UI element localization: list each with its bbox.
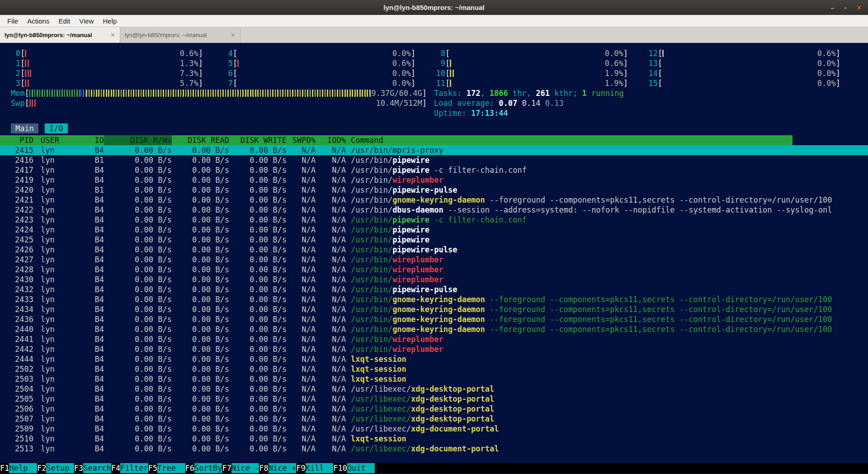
cell-iod: N/A (316, 265, 346, 275)
meter-bracket: [ (20, 48, 25, 58)
fkey-f6[interactable]: F6SortBy (185, 463, 222, 473)
fkey-f9[interactable]: F9Kill (296, 463, 333, 473)
cell-iod: N/A (316, 225, 346, 235)
cell-io: B4 (88, 294, 104, 304)
process-row[interactable]: 2504lynB40.00 B/s0.00 B/s0.00 B/sN/AN/A/… (0, 384, 868, 394)
column-header-pid[interactable]: PID (0, 135, 33, 145)
cell-pid: 2425 (0, 235, 33, 245)
cell-iod: N/A (316, 255, 346, 265)
process-row[interactable]: 2506lynB40.00 B/s0.00 B/s0.00 B/sN/AN/A/… (0, 404, 868, 414)
process-row[interactable]: 2444lynB40.00 B/s0.00 B/s0.00 B/sN/AN/Al… (0, 354, 868, 364)
process-row[interactable]: 2419lynB40.00 B/s0.00 B/s0.00 B/sN/AN/A/… (0, 175, 868, 185)
terminal-content: 0[0.6%]4[0.0%]8[0.0%]12[0.6%]1[1.3%]5[0.… (0, 43, 868, 474)
cell-user: lyn (33, 444, 88, 454)
cell-cmd: /usr/bin/mpris-proxy (346, 145, 868, 155)
terminal-tab[interactable]: lyn@lyn-b850mprors: ~/manual✕ (120, 27, 241, 43)
process-row[interactable]: 2420lynB10.00 B/s0.00 B/s0.00 B/sN/AN/A/… (0, 185, 868, 195)
process-row[interactable]: 2432lynB40.00 B/s0.00 B/s0.00 B/sN/AN/A/… (0, 284, 868, 294)
cell-iod: N/A (316, 364, 346, 374)
column-header-cmd[interactable]: Command (346, 135, 793, 145)
cell-user: lyn (33, 235, 88, 245)
command-segment: wireplumber (392, 275, 443, 284)
column-header-read[interactable]: DISK READ (172, 135, 229, 145)
fkey-action: Filter (120, 463, 148, 473)
process-row[interactable]: 2502lynB40.00 B/s0.00 B/s0.00 B/sN/AN/Al… (0, 364, 868, 374)
cell-io: B4 (88, 275, 104, 284)
fkey-action: Help (9, 463, 37, 473)
process-row[interactable]: 2426lynB40.00 B/s0.00 B/s0.00 B/sN/AN/A/… (0, 245, 868, 255)
screen-tab-io[interactable]: I/O (45, 123, 68, 133)
screen-tab-main[interactable]: Main (11, 123, 38, 133)
command-segment: wireplumber (392, 345, 443, 354)
process-row[interactable]: 2440lynB40.00 B/s0.00 B/s0.00 B/sN/AN/A/… (0, 324, 868, 334)
minimize-icon[interactable]: – (831, 4, 835, 11)
cell-swpd: N/A (287, 404, 316, 414)
process-row[interactable]: 2415lynB40.00 B/s0.00 B/s0.00 B/sN/AN/A/… (0, 145, 868, 155)
process-row[interactable]: 2417lynB40.00 B/s0.00 B/s0.00 B/sN/AN/A/… (0, 165, 868, 175)
command-segment: pipewire (392, 156, 429, 165)
maximize-icon[interactable]: ▫ (844, 4, 846, 11)
process-row[interactable]: 2510lynB40.00 B/s0.00 B/s0.00 B/sN/AN/Al… (0, 434, 868, 444)
process-row[interactable]: 2509lynB40.00 B/s0.00 B/s0.00 B/sN/AN/A/… (0, 424, 868, 434)
cell-rw: 0.00 B/s (104, 304, 172, 314)
process-row[interactable]: 2424lynB40.00 B/s0.00 B/s0.00 B/sN/AN/A/… (0, 225, 868, 235)
cell-cmd: /usr/bin/pipewire -c filter-chain.conf (346, 215, 868, 225)
fkey-f4[interactable]: F4Filter (111, 463, 148, 473)
process-row[interactable]: 2441lynB40.00 B/s0.00 B/s0.00 B/sN/AN/A/… (0, 334, 868, 344)
window-title: lyn@lyn-b850mprors: ~/manual (0, 4, 868, 11)
process-row[interactable]: 2513lynB40.00 B/s0.00 B/s0.00 B/sN/AN/A/… (0, 444, 868, 454)
menu-item-actions[interactable]: Actions (23, 16, 54, 26)
cell-write: 0.00 B/s (229, 444, 287, 454)
cell-write: 0.00 B/s (229, 434, 287, 444)
process-row[interactable]: 2423lynB40.00 B/s0.00 B/s0.00 B/sN/AN/A/… (0, 215, 868, 225)
fkey-action: Nice - (231, 463, 259, 473)
column-header-swpd[interactable]: SWPD% (287, 135, 316, 145)
column-header-iod[interactable]: IOD% (316, 135, 346, 145)
column-header-user[interactable]: USER (33, 135, 88, 145)
fkey-action: Kill (306, 463, 333, 473)
column-header-write[interactable]: DISK WRITE (229, 135, 287, 145)
cpu-percent: 1.9% (605, 68, 623, 78)
process-row[interactable]: 2505lynB40.00 B/s0.00 B/s0.00 B/sN/AN/A/… (0, 394, 868, 404)
cpu-meter-12: 12[0.6%] (648, 48, 840, 58)
process-row[interactable]: 2442lynB40.00 B/s0.00 B/s0.00 B/sN/AN/A/… (0, 344, 868, 354)
process-row[interactable]: 2427lynB40.00 B/s0.00 B/s0.00 B/sN/AN/A/… (0, 255, 868, 265)
fkey-f3[interactable]: F3Search (74, 463, 111, 473)
process-row[interactable]: 2433lynB40.00 B/s0.00 B/s0.00 B/sN/AN/A/… (0, 294, 868, 304)
fkey-f2[interactable]: F2Setup (37, 463, 74, 473)
process-row[interactable]: 2416lynB10.00 B/s0.00 B/s0.00 B/sN/AN/A/… (0, 155, 868, 165)
cell-iod: N/A (316, 374, 346, 384)
menu-item-edit[interactable]: Edit (54, 16, 75, 26)
process-row[interactable]: 2507lynB40.00 B/s0.00 B/s0.00 B/sN/AN/A/… (0, 414, 868, 424)
cell-cmd: /usr/bin/wireplumber (346, 275, 868, 284)
text-segment: 0.14 (522, 99, 545, 108)
process-row[interactable]: 2425lynB40.00 B/s0.00 B/s0.00 B/sN/AN/A/… (0, 235, 868, 245)
cell-cmd: /usr/bin/gnome-keyring-daemon --foregrou… (346, 314, 868, 324)
menu-item-help[interactable]: Help (98, 16, 121, 26)
fkey-f8[interactable]: F8Nice + (259, 463, 296, 473)
process-row[interactable]: 2422lynB40.00 B/s0.00 B/s0.00 B/sN/AN/A/… (0, 205, 868, 215)
menu-item-file[interactable]: File (3, 16, 23, 26)
process-row[interactable]: 2434lynB40.00 B/s0.00 B/s0.00 B/sN/AN/A/… (0, 304, 868, 314)
process-row[interactable]: 2421lynB40.00 B/s0.00 B/s0.00 B/sN/AN/A/… (0, 195, 868, 205)
command-segment: /usr/bin/ (351, 205, 392, 214)
terminal-tab[interactable]: lyn@lyn-b850mprors: ~/manual✕ (0, 27, 120, 43)
cell-cmd: /usr/bin/pipewire (346, 235, 868, 245)
title-bar[interactable]: lyn@lyn-b850mprors: ~/manual – ▫ ✕ (0, 0, 868, 15)
process-row[interactable]: 2503lynB40.00 B/s0.00 B/s0.00 B/sN/AN/Al… (0, 374, 868, 384)
tab-close-icon[interactable]: ✕ (231, 32, 236, 38)
process-row[interactable]: 2428lynB40.00 B/s0.00 B/s0.00 B/sN/AN/A/… (0, 265, 868, 275)
close-icon[interactable]: ✕ (856, 4, 862, 11)
cpu-label: 10 (436, 68, 445, 78)
column-header-io[interactable]: IO (88, 135, 104, 145)
fkey-f10[interactable]: F10Quit (333, 463, 375, 473)
fkey-f7[interactable]: F7Nice - (222, 463, 259, 473)
process-row[interactable]: 2436lynB40.00 B/s0.00 B/s0.00 B/sN/AN/A/… (0, 314, 868, 324)
process-row[interactable]: 2430lynB40.00 B/s0.00 B/s0.00 B/sN/AN/A/… (0, 275, 868, 284)
menu-item-view[interactable]: View (75, 16, 98, 26)
column-header-rw[interactable]: DISK R/W▽ (104, 135, 172, 145)
fkey-f1[interactable]: F1Help (0, 463, 37, 473)
fkey-f5[interactable]: F5Tree (148, 463, 185, 473)
tab-close-icon[interactable]: ✕ (110, 32, 115, 38)
cell-iod: N/A (316, 404, 346, 414)
